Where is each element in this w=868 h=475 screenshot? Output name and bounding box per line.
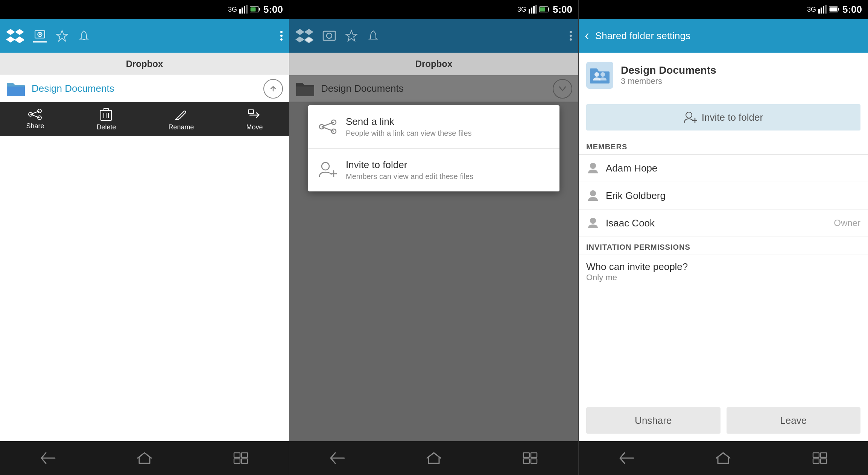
svg-point-53: [570, 38, 572, 41]
svg-rect-65: [531, 459, 537, 463]
svg-rect-66: [818, 9, 820, 14]
share-action[interactable]: Share: [26, 109, 44, 130]
status-bar-1: 3G 5:00: [0, 0, 289, 19]
rename-action[interactable]: Rename: [168, 108, 194, 131]
svg-point-81: [590, 218, 596, 224]
svg-point-52: [570, 35, 572, 37]
top-nav-2: [289, 19, 578, 53]
title-bar-2: Dropbox: [289, 53, 578, 75]
svg-point-14: [39, 33, 41, 35]
top-nav-3: ‹ Shared folder settings: [579, 19, 868, 53]
move-icon: [248, 108, 261, 121]
battery-icon-1: [250, 6, 260, 12]
recents-button-2[interactable]: [522, 451, 538, 465]
time-2: 5:00: [553, 4, 572, 15]
member-row-adam[interactable]: Adam Hope: [579, 155, 868, 182]
bottom-nav-3: [579, 441, 868, 475]
svg-marker-43: [295, 29, 304, 35]
delete-label: Delete: [96, 123, 116, 131]
members-section-header: MEMBERS: [579, 137, 868, 155]
home-button-2[interactable]: [426, 451, 442, 465]
folder-row-1[interactable]: Design Documents: [0, 75, 289, 102]
svg-rect-26: [104, 108, 108, 111]
star-icon-2[interactable]: [345, 29, 358, 42]
recents-button-3[interactable]: [812, 451, 828, 465]
back-button-1[interactable]: [40, 451, 56, 465]
time-1: 5:00: [263, 4, 283, 15]
member-badge-isaac: Owner: [834, 218, 860, 228]
svg-rect-39: [535, 5, 537, 14]
invite-folder-option[interactable]: Invite to folder Members can view and ed…: [308, 149, 559, 191]
top-nav-1: [0, 19, 289, 53]
svg-line-58: [322, 127, 334, 131]
invite-icon: [684, 111, 697, 123]
send-link-option[interactable]: Send a link People with a link can view …: [308, 105, 559, 149]
app-title-1: Dropbox: [126, 59, 163, 69]
svg-rect-5: [259, 8, 260, 11]
svg-marker-50: [346, 30, 357, 41]
svg-rect-2: [244, 6, 245, 14]
svg-rect-62: [523, 453, 529, 457]
rename-label: Rename: [168, 123, 194, 131]
photo-icon-2[interactable]: [322, 29, 336, 42]
content-area-1: [0, 136, 289, 441]
move-action[interactable]: Move: [246, 108, 263, 131]
back-button-3[interactable]: [619, 451, 635, 465]
member-name-isaac: Isaac Cook: [606, 217, 828, 229]
invite-to-folder-button[interactable]: Invite to folder: [586, 104, 860, 131]
more-icon-1[interactable]: [280, 30, 283, 41]
unshare-button[interactable]: Unshare: [586, 407, 721, 434]
back-button-2[interactable]: [329, 451, 346, 465]
svg-point-51: [570, 31, 572, 33]
svg-rect-67: [821, 8, 822, 14]
time-3: 5:00: [842, 4, 862, 15]
star-icon-1[interactable]: [56, 29, 68, 42]
bell-icon-2[interactable]: [367, 29, 380, 42]
member-icon-isaac: [586, 217, 600, 229]
signal-icons-3: 3G: [807, 5, 839, 14]
dropdown-btn-2[interactable]: [553, 79, 572, 99]
folder-header-3: Design Documents 3 members: [579, 53, 868, 98]
network-type-2: 3G: [517, 6, 526, 14]
svg-marker-11: [15, 37, 24, 43]
svg-rect-0: [239, 9, 241, 14]
signal-icon-2: [529, 5, 537, 14]
panel-1: 3G 5:00: [0, 0, 289, 475]
svg-rect-84: [813, 459, 819, 463]
bell-icon-1[interactable]: [78, 29, 90, 42]
svg-marker-45: [295, 36, 304, 42]
network-type-1: 3G: [228, 6, 237, 14]
permissions-label: INVITATION PERMISSIONS: [586, 243, 690, 251]
svg-rect-64: [523, 459, 529, 463]
svg-point-18: [280, 38, 283, 41]
bottom-buttons-3: Unshare Leave: [579, 400, 868, 441]
svg-point-76: [686, 112, 692, 118]
rename-icon: [174, 108, 188, 121]
folder-row-2[interactable]: Design Documents: [289, 75, 578, 102]
leave-button[interactable]: Leave: [727, 407, 861, 434]
share-label: Share: [26, 122, 44, 130]
home-button-1[interactable]: [136, 451, 153, 465]
member-row-erik[interactable]: Erik Goldberg: [579, 182, 868, 209]
signal-icon-3: [818, 5, 827, 14]
member-row-isaac[interactable]: Isaac Cook Owner: [579, 209, 868, 237]
photo-icon-1[interactable]: [33, 29, 47, 42]
share-popup: Send a link People with a link can view …: [308, 105, 559, 191]
status-bar-2: 3G 5:00: [289, 0, 578, 19]
more-icon-2[interactable]: [569, 30, 572, 41]
action-bar-1: Share Delete Rename: [0, 102, 289, 136]
home-button-3[interactable]: [715, 451, 731, 465]
invite-folder-title: Invite to folder: [346, 159, 473, 171]
members-count: 3 members: [621, 76, 716, 86]
invite-folder-desc: Members can view and edit these files: [346, 172, 473, 181]
upload-button-1[interactable]: [263, 79, 283, 99]
back-arrow-3[interactable]: ‹: [585, 28, 589, 44]
svg-marker-9: [6, 36, 15, 42]
delete-action[interactable]: Delete: [96, 108, 116, 131]
dropbox-logo-1: [6, 28, 24, 43]
svg-rect-34: [234, 459, 240, 463]
battery-icon-3: [829, 6, 839, 12]
svg-marker-44: [304, 29, 313, 35]
svg-rect-83: [821, 453, 827, 457]
recents-button-1[interactable]: [233, 451, 249, 465]
